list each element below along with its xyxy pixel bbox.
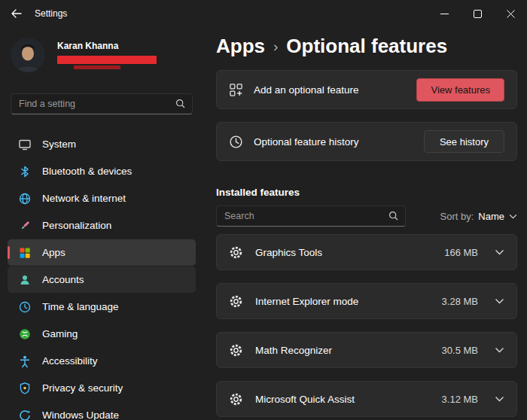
update-arrows-icon xyxy=(18,409,32,420)
feature-row-graphics-tools[interactable]: Graphics Tools 166 MB xyxy=(216,234,517,270)
system-icon xyxy=(18,138,32,151)
breadcrumb-root[interactable]: Apps xyxy=(216,35,265,58)
user-profile[interactable]: Karan Khanna xyxy=(0,27,203,72)
clock-language-icon xyxy=(18,300,32,314)
minimize-icon xyxy=(440,10,449,18)
find-a-setting-search xyxy=(11,93,193,114)
sidebar-item-system[interactable]: System xyxy=(8,131,196,157)
feature-name: Internet Explorer mode xyxy=(255,296,442,307)
sidebar-item-accounts[interactable]: Accounts xyxy=(8,266,196,293)
redaction-bar-small xyxy=(74,65,120,69)
redaction-bar xyxy=(57,56,157,64)
sidebar-item-label: System xyxy=(42,138,76,150)
sidebar-item-privacy-security[interactable]: Privacy & security xyxy=(8,375,196,401)
feature-row-quick-assist[interactable]: Microsoft Quick Assist 3.12 MB xyxy=(216,381,517,417)
component-gear-icon xyxy=(229,294,243,309)
add-optional-feature-card: Add an optional feature View features xyxy=(216,70,517,109)
feature-size: 3.28 MB xyxy=(442,296,478,307)
feature-size: 3.12 MB xyxy=(442,394,478,405)
sidebar-item-time-language[interactable]: Time & language xyxy=(8,294,196,320)
feature-row-ie-mode[interactable]: Internet Explorer mode 3.28 MB xyxy=(216,283,517,319)
feature-name: Microsoft Quick Assist xyxy=(255,394,442,405)
optional-feature-history-card: Optional feature history See history xyxy=(216,122,517,161)
sidebar-item-label: Bluetooth & devices xyxy=(42,166,132,177)
sidebar-item-accessibility[interactable]: Accessibility xyxy=(8,348,196,374)
user-meta: Karan Khanna xyxy=(57,41,157,69)
sort-by-label: Sort by: xyxy=(440,211,474,222)
sidebar-item-windows-update[interactable]: Windows Update xyxy=(8,402,196,420)
page-title: Optional features xyxy=(286,35,447,58)
sidebar: Karan Khanna System Blueto xyxy=(0,27,203,420)
window-controls xyxy=(428,0,527,27)
sidebar-item-label: Accessibility xyxy=(42,355,98,367)
feature-name: Math Recognizer xyxy=(255,345,442,356)
view-features-button[interactable]: View features xyxy=(416,78,504,102)
maximize-button[interactable] xyxy=(461,0,494,27)
add-feature-icon xyxy=(229,83,243,97)
back-arrow-icon xyxy=(11,9,22,18)
list-controls: Sort by: Name xyxy=(216,205,517,227)
sidebar-item-label: Gaming xyxy=(42,328,78,339)
paintbrush-icon xyxy=(18,219,32,233)
shield-icon xyxy=(18,382,32,395)
component-gear-icon xyxy=(229,245,243,260)
close-button[interactable] xyxy=(494,0,527,27)
maximize-icon xyxy=(474,10,482,18)
bluetooth-icon xyxy=(18,165,32,178)
add-feature-label: Add an optional feature xyxy=(254,84,416,96)
feature-name: Graphics Tools xyxy=(255,247,444,258)
titlebar: Settings xyxy=(0,0,527,27)
chevron-down-icon[interactable] xyxy=(495,347,504,353)
selected-indicator xyxy=(8,246,10,259)
feature-size: 166 MB xyxy=(444,247,478,258)
globe-icon xyxy=(18,192,32,205)
sidebar-item-network-internet[interactable]: Network & internet xyxy=(8,185,196,212)
component-gear-icon xyxy=(229,392,243,406)
sidebar-item-label: Time & language xyxy=(42,301,119,312)
sidebar-item-label: Personalization xyxy=(42,220,111,231)
sidebar-item-label: Privacy & security xyxy=(42,382,123,394)
person-icon xyxy=(18,273,32,287)
user-name: Karan Khanna xyxy=(57,41,157,51)
installed-search-input[interactable] xyxy=(216,205,406,227)
sidebar-item-personalization[interactable]: Personalization xyxy=(8,212,196,239)
component-gear-icon xyxy=(229,343,243,358)
breadcrumb-separator-icon: › xyxy=(273,38,278,55)
xbox-icon xyxy=(18,327,32,341)
chevron-down-icon[interactable] xyxy=(495,249,504,255)
history-clock-icon xyxy=(229,135,243,149)
chevron-down-icon[interactable] xyxy=(495,298,504,304)
close-icon xyxy=(507,10,515,18)
sort-by-value: Name xyxy=(478,211,504,222)
sidebar-item-apps[interactable]: Apps xyxy=(8,239,196,266)
see-history-button[interactable]: See history xyxy=(424,130,504,153)
sort-by-dropdown[interactable]: Sort by: Name xyxy=(440,211,517,222)
minimize-button[interactable] xyxy=(428,0,461,27)
sidebar-item-gaming[interactable]: Gaming xyxy=(8,321,196,347)
installed-search xyxy=(216,205,406,227)
find-a-setting-input[interactable] xyxy=(11,93,193,114)
window-title: Settings xyxy=(35,8,67,19)
installed-features-list: Graphics Tools 166 MB Internet Explorer … xyxy=(216,234,517,417)
history-label: Optional feature history xyxy=(254,136,424,148)
breadcrumb: Apps › Optional features xyxy=(216,35,517,58)
sidebar-item-label: Accounts xyxy=(42,274,84,285)
settings-window: Settings xyxy=(0,0,527,420)
sidebar-item-label: Network & internet xyxy=(42,193,126,204)
chevron-down-icon[interactable] xyxy=(495,396,504,402)
back-button[interactable] xyxy=(3,2,30,25)
accessibility-person-icon xyxy=(18,355,32,368)
apps-grid-icon xyxy=(18,246,32,260)
sidebar-nav: System Bluetooth & devices Network & int… xyxy=(0,131,203,420)
feature-size: 30.5 MB xyxy=(442,345,478,356)
feature-row-math-recognizer[interactable]: Math Recognizer 30.5 MB xyxy=(216,332,517,368)
chevron-down-icon xyxy=(509,214,517,219)
sidebar-item-label: Windows Update xyxy=(42,409,119,420)
sidebar-item-bluetooth-devices[interactable]: Bluetooth & devices xyxy=(8,158,196,184)
installed-features-heading: Installed features xyxy=(216,187,517,198)
main-content: Apps › Optional features Add an optional… xyxy=(216,27,517,420)
sidebar-item-label: Apps xyxy=(42,247,65,258)
avatar xyxy=(11,38,45,72)
